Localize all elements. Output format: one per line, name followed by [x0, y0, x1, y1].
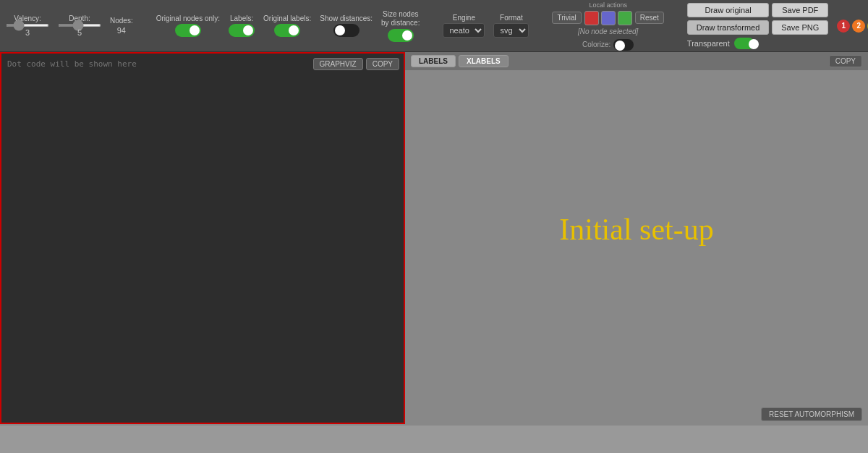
right-panel: LABELS XLABELS COPY Initial set-up RESET…	[405, 52, 868, 424]
local-actions-label: Local actions	[589, 1, 627, 9]
valency-value: 3	[25, 28, 30, 37]
draw-original-button[interactable]: Draw original	[687, 3, 769, 17]
size-nodes-label: Size nodesby distance:	[381, 10, 420, 27]
original-nodes-toggle[interactable]	[175, 24, 201, 37]
num-circle-2[interactable]: 2	[852, 20, 865, 33]
original-labels-label: Original labels:	[263, 14, 311, 22]
original-nodes-label: Original nodes only:	[156, 14, 220, 22]
engine-label: Engine	[453, 14, 475, 22]
swatch-green[interactable]	[618, 11, 632, 25]
valency-group: Valency: 3	[6, 14, 49, 37]
colorize-label: Colorize:	[582, 41, 610, 48]
swatch-red[interactable]	[584, 11, 599, 25]
graphviz-button[interactable]: GRAPHVIZ	[313, 58, 363, 70]
trivial-button[interactable]: Trivial	[552, 12, 581, 24]
format-group: Format svg png pdf	[493, 14, 529, 38]
labels-toggle[interactable]	[229, 24, 255, 37]
original-nodes-group: Original nodes only:	[156, 14, 220, 37]
engine-select[interactable]: neato dot circo fdp sfdp twopi	[443, 23, 485, 38]
size-nodes-group: Size nodesby distance:	[381, 10, 420, 42]
dot-code-textarea[interactable]	[1, 54, 404, 423]
node-selected-label: [No node selected]	[578, 27, 638, 35]
engine-group: Engine neato dot circo fdp sfdp twopi	[443, 14, 485, 38]
depth-slider[interactable]	[58, 24, 101, 27]
nodes-value: 94	[117, 26, 126, 35]
nodes-label: Nodes:	[110, 17, 133, 25]
transparent-row: Transparent	[687, 38, 828, 49]
toolbar: Valency: 3 Depth: 5 Nodes: 94 Original n…	[0, 0, 868, 52]
reset-button[interactable]: Reset	[635, 12, 664, 24]
labels-label: Labels:	[230, 14, 253, 22]
format-label: Format	[500, 14, 523, 22]
num-circles: 1 2 3 4 5 L	[837, 20, 868, 33]
show-distances-group: Show distances:	[320, 14, 373, 37]
graph-canvas: Initial set-up RESET AUTOMORPHISM	[405, 70, 868, 424]
right-copy-button[interactable]: COPY	[829, 55, 862, 67]
labels-tab[interactable]: LABELS	[411, 55, 456, 67]
format-select[interactable]: svg png pdf	[493, 23, 529, 38]
left-copy-button[interactable]: COPY	[366, 58, 399, 70]
swatch-blue[interactable]	[601, 11, 616, 25]
original-labels-toggle[interactable]	[274, 24, 300, 37]
action-buttons: Trivial Reset	[552, 11, 663, 25]
right-panel-tabs: LABELS XLABELS COPY	[405, 52, 868, 70]
color-swatches	[584, 11, 632, 25]
left-panel: GRAPHVIZ COPY	[0, 52, 405, 424]
xlabels-tab[interactable]: XLABELS	[459, 55, 509, 67]
save-png-button[interactable]: Save PNG	[772, 20, 828, 35]
handwriting-text: Initial set-up	[559, 212, 713, 247]
save-pdf-button[interactable]: Save PDF	[772, 3, 828, 17]
bottom-bar	[0, 424, 868, 453]
main-content: GRAPHVIZ COPY LABELS XLABELS COPY Initia…	[0, 52, 868, 424]
transparent-toggle[interactable]	[734, 38, 754, 49]
right-buttons-group: Draw original Draw transformed Save PDF …	[687, 3, 828, 49]
transparent-label: Transparent	[687, 39, 730, 48]
labels-group: Labels:	[229, 14, 255, 37]
reset-automorphism-button[interactable]: RESET AUTOMORPHISM	[761, 407, 862, 421]
depth-value: 5	[77, 28, 82, 37]
left-panel-buttons: GRAPHVIZ COPY	[313, 58, 399, 70]
show-distances-toggle[interactable]	[333, 24, 359, 37]
num-circle-1[interactable]: 1	[837, 20, 850, 33]
show-distances-label: Show distances:	[320, 14, 373, 22]
draw-transformed-button[interactable]: Draw transformed	[687, 20, 769, 35]
original-labels-group: Original labels:	[263, 14, 311, 37]
valency-slider[interactable]	[6, 24, 49, 27]
size-nodes-toggle[interactable]	[388, 29, 414, 42]
colorize-toggle[interactable]	[613, 39, 634, 51]
local-actions-group: Local actions Trivial Reset [No node sel…	[552, 1, 663, 51]
depth-group: Depth: 5	[58, 14, 101, 37]
nodes-group: Nodes: 94	[110, 17, 133, 35]
